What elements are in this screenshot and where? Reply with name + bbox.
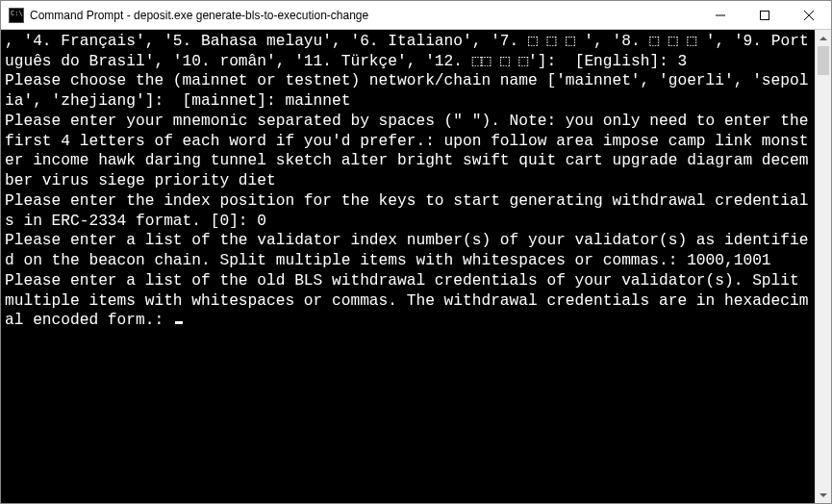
window-titlebar: Command Prompt - deposit.exe generate-bl… <box>1 1 831 30</box>
scroll-up-arrow[interactable] <box>816 30 831 46</box>
terminal-area[interactable]: , '4. Français', '5. Bahasa melayu', '6.… <box>1 30 815 503</box>
svg-marker-5 <box>819 493 827 497</box>
close-button[interactable] <box>787 1 831 29</box>
svg-marker-4 <box>819 37 827 40</box>
scroll-down-arrow[interactable] <box>816 487 831 503</box>
window-controls <box>698 1 831 29</box>
maximize-button[interactable] <box>743 1 787 29</box>
cmd-icon <box>9 8 24 23</box>
svg-rect-1 <box>761 11 769 19</box>
scrollbar-thumb[interactable] <box>818 46 829 75</box>
minimize-button[interactable] <box>698 1 743 29</box>
window-title: Command Prompt - deposit.exe generate-bl… <box>30 9 698 22</box>
terminal-output: , '4. Français', '5. Bahasa melayu', '6.… <box>5 33 815 329</box>
vertical-scrollbar[interactable] <box>815 30 831 503</box>
terminal-cursor <box>175 321 183 324</box>
terminal-wrapper: , '4. Français', '5. Bahasa melayu', '6.… <box>1 30 831 503</box>
